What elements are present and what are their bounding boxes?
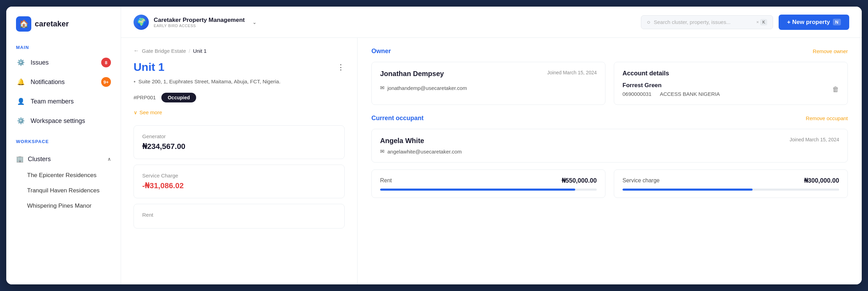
email-icon: ✉: [380, 85, 385, 91]
account-details-row: 0690000031 ACCESS BANK NIGERIA: [622, 91, 720, 97]
occupant-card: Angela White Joined March 15, 2024 ✉ ang…: [371, 129, 848, 163]
search-key-badge: K: [760, 19, 767, 25]
payment-row: Rent ₦550,000.00 Service charge ₦300,000…: [371, 169, 848, 198]
sidebar-item-epicenter[interactable]: The Epicenter Residences: [6, 168, 121, 183]
occupant-name: Angela White: [380, 137, 424, 145]
status-badge: Occupied: [161, 93, 196, 102]
unit-title: Unit 1: [134, 61, 164, 74]
occupant-section-header: Current occupant Remove occupant: [371, 115, 848, 122]
right-panel: Owner Remove owner Jonathan Dempsey Join…: [357, 38, 862, 284]
sidebar-item-notifications-label: Notifications: [31, 78, 65, 86]
rent-progress-bar: [380, 189, 597, 191]
sidebar-item-team-members[interactable]: 👤 Team members: [6, 92, 121, 111]
settings-icon: ⚙️: [16, 116, 26, 126]
owner-email-text: jonathandemp@usecaretaker.com: [387, 85, 467, 91]
issues-badge: 8: [101, 58, 111, 67]
cluster-icon: 🏢: [16, 155, 24, 163]
account-info: Forrest Green 0690000031 ACCESS BANK NIG…: [622, 82, 720, 97]
left-panel: ← Gate Bridge Estate / Unit 1 Unit 1 ⋮ ●…: [121, 38, 357, 284]
search-icon: ○: [647, 19, 650, 25]
unit-menu-icon[interactable]: ⋮: [337, 63, 345, 72]
sidebar-item-workspace-settings[interactable]: ⚙️ Workspace settings: [6, 111, 121, 131]
workspace-chevron-icon[interactable]: ⌄: [252, 19, 257, 25]
new-property-button[interactable]: + New property N: [779, 15, 849, 30]
account-number: 0690000031: [622, 91, 651, 97]
unit-meta: #PRP001 Occupied: [134, 93, 345, 102]
occupant-card-header: Angela White Joined March 15, 2024: [380, 137, 839, 145]
unit-address: ● Suite 200, 1, Euphrates Street, Maitam…: [134, 78, 345, 86]
occupant-email-icon: ✉: [380, 148, 385, 155]
sidebar-item-issues[interactable]: ⚙️ Issues 8: [6, 53, 121, 72]
main-content: 🌍 Caretaker Property Management EARLY BI…: [121, 7, 862, 284]
workspace-selector: 🌍 Caretaker Property Management EARLY BI…: [134, 15, 634, 30]
new-property-label: + New property: [787, 19, 830, 26]
occupant-email: ✉ angelawhite@usecaretaker.com: [380, 148, 839, 155]
breadcrumb-parent[interactable]: Gate Bridge Estate: [142, 48, 186, 54]
workspace-globe-icon: 🌍: [134, 15, 149, 30]
workspace-info: Caretaker Property Management EARLY BIRD…: [154, 17, 245, 28]
rent-payment-label: Rent: [380, 177, 392, 184]
remove-occupant-button[interactable]: Remove occupant: [806, 115, 848, 121]
rent-payment-card: Rent ₦550,000.00: [371, 169, 605, 198]
address-dot-icon: ●: [134, 79, 136, 84]
service-charge-payment-label: Service charge: [622, 177, 660, 184]
team-icon: 👤: [16, 97, 26, 106]
sidebar-item-settings-label: Workspace settings: [31, 117, 85, 125]
clusters-label: Clusters: [28, 156, 103, 163]
new-property-shortcut-badge: N: [833, 19, 841, 25]
close-x-icon: ×: [756, 19, 759, 25]
notifications-icon: 🔔: [16, 77, 26, 87]
account-name: Forrest Green: [622, 82, 720, 89]
workspace-section: WORKSPACE: [6, 131, 121, 150]
service-charge-value: -₦31,086.02: [142, 181, 336, 190]
owner-email: ✉ jonathandemp@usecaretaker.com: [380, 85, 597, 91]
owner-row: Jonathan Dempsey Joined March 15, 2024 ✉…: [371, 62, 848, 105]
sidebar-item-team-label: Team members: [31, 98, 74, 105]
rent-payment-amount: ₦550,000.00: [562, 177, 597, 184]
delete-account-icon[interactable]: 🗑: [832, 85, 839, 93]
chevron-up-icon: ∧: [107, 156, 111, 162]
issues-icon: ⚙️: [16, 58, 26, 67]
see-more-toggle[interactable]: ∨ See more: [134, 109, 345, 116]
sidebar-item-whispering[interactable]: Whispering Pines Manor: [6, 198, 121, 214]
account-details-card: Account details Forrest Green 0690000031…: [614, 62, 848, 105]
see-more-label: See more: [139, 109, 162, 115]
occupant-section-title: Current occupant: [371, 115, 424, 122]
topbar-right: ○ Search cluster, property, issues... × …: [641, 15, 849, 30]
unit-id: #PRP001: [134, 94, 156, 100]
logo-text: caretaker: [35, 19, 69, 28]
search-box[interactable]: ○ Search cluster, property, issues... × …: [641, 15, 773, 29]
sidebar-item-issues-label: Issues: [31, 59, 49, 66]
remove-owner-button[interactable]: Remove owner: [813, 48, 848, 54]
sidebar-item-tranquil[interactable]: Tranquil Haven Residences: [6, 183, 121, 198]
chevron-down-icon: ∨: [134, 109, 137, 116]
breadcrumb-separator: /: [189, 48, 190, 54]
sidebar-item-notifications[interactable]: 🔔 Notifications 9+: [6, 72, 121, 92]
service-charge-label: Service Charge: [142, 173, 336, 178]
topbar: 🌍 Caretaker Property Management EARLY BI…: [121, 7, 862, 38]
service-charge-payment-card: Service charge ₦300,000.00: [614, 169, 848, 198]
account-title: Account details: [622, 70, 839, 77]
generator-value: ₦234,567.00: [142, 142, 336, 151]
service-charge-progress-fill: [622, 189, 753, 191]
unit-address-text: Suite 200, 1, Euphrates Street, Maitama,…: [138, 78, 281, 86]
clusters-item[interactable]: 🏢 Clusters ∧: [6, 150, 121, 168]
sidebar: 🏠 caretaker MAIN ⚙️ Issues 8 🔔 Notificat…: [6, 7, 121, 284]
occupant-email-text: angelawhite@usecaretaker.com: [387, 149, 462, 155]
generator-label: Generator: [142, 133, 336, 139]
workspace-badge: EARLY BIRD ACCESS: [154, 24, 245, 28]
generator-metric-card: Generator ₦234,567.00: [134, 125, 345, 159]
owner-section-header: Owner Remove owner: [371, 48, 848, 55]
main-section-label: MAIN: [6, 39, 121, 53]
account-row: Forrest Green 0690000031 ACCESS BANK NIG…: [622, 82, 839, 97]
owner-card-header: Jonathan Dempsey Joined March 15, 2024: [380, 70, 597, 80]
breadcrumb-current: Unit 1: [193, 48, 207, 54]
search-placeholder: Search cluster, property, issues...: [654, 19, 753, 25]
rent-label: Rent: [142, 212, 336, 218]
occupant-section: Current occupant Remove occupant Angela …: [371, 115, 848, 198]
notifications-badge: 9+: [101, 77, 111, 87]
owner-card: Jonathan Dempsey Joined March 15, 2024 ✉…: [371, 62, 605, 105]
back-arrow-icon[interactable]: ←: [134, 48, 139, 54]
logo-area: 🏠 caretaker: [6, 7, 121, 39]
rent-progress-fill: [380, 189, 575, 191]
